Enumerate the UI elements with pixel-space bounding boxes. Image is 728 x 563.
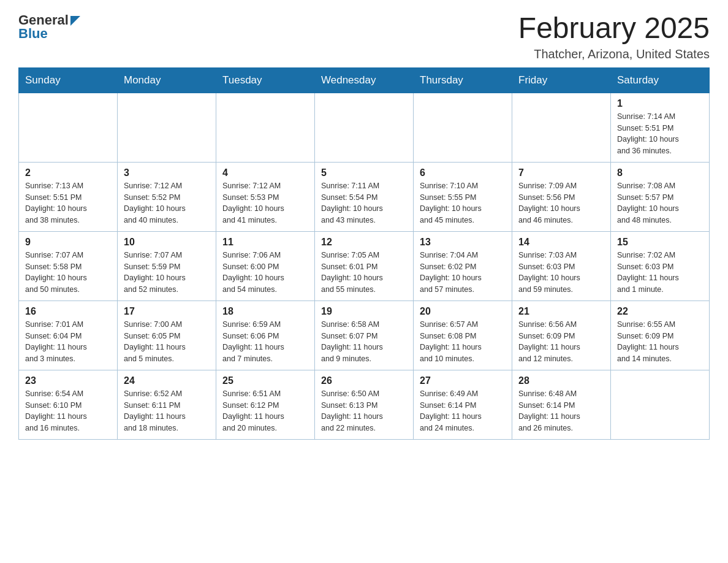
weekday-header-wednesday: Wednesday — [315, 67, 414, 93]
calendar-cell: 1Sunrise: 7:14 AM Sunset: 5:51 PM Daylig… — [611, 93, 710, 162]
calendar-cell: 5Sunrise: 7:11 AM Sunset: 5:54 PM Daylig… — [315, 162, 414, 231]
day-info: Sunrise: 7:01 AM Sunset: 6:04 PM Dayligh… — [25, 319, 111, 365]
calendar-cell — [315, 93, 414, 162]
calendar-cell: 10Sunrise: 7:07 AM Sunset: 5:59 PM Dayli… — [118, 231, 216, 301]
day-info: Sunrise: 6:56 AM Sunset: 6:09 PM Dayligh… — [518, 319, 604, 365]
calendar-cell — [19, 93, 118, 162]
calendar-cell: 18Sunrise: 6:59 AM Sunset: 6:06 PM Dayli… — [216, 301, 315, 370]
calendar-cell: 20Sunrise: 6:57 AM Sunset: 6:08 PM Dayli… — [414, 301, 512, 370]
calendar-cell: 17Sunrise: 7:00 AM Sunset: 6:05 PM Dayli… — [118, 301, 216, 370]
calendar-cell — [216, 93, 315, 162]
day-info: Sunrise: 7:11 AM Sunset: 5:54 PM Dayligh… — [321, 180, 407, 226]
calendar-week-row: 23Sunrise: 6:54 AM Sunset: 6:10 PM Dayli… — [19, 370, 710, 439]
weekday-header-friday: Friday — [512, 67, 611, 93]
calendar-week-row: 9Sunrise: 7:07 AM Sunset: 5:58 PM Daylig… — [19, 231, 710, 301]
calendar-header: SundayMondayTuesdayWednesdayThursdayFrid… — [19, 67, 710, 93]
day-number: 13 — [420, 237, 506, 248]
month-title: February 2025 — [518, 12, 710, 45]
day-info: Sunrise: 6:54 AM Sunset: 6:10 PM Dayligh… — [25, 388, 111, 434]
calendar-cell: 28Sunrise: 6:48 AM Sunset: 6:14 PM Dayli… — [512, 370, 611, 439]
day-info: Sunrise: 7:12 AM Sunset: 5:53 PM Dayligh… — [222, 180, 308, 226]
day-number: 14 — [518, 237, 604, 248]
day-number: 5 — [321, 167, 407, 178]
calendar-week-row: 2Sunrise: 7:13 AM Sunset: 5:51 PM Daylig… — [19, 162, 710, 231]
day-info: Sunrise: 6:59 AM Sunset: 6:06 PM Dayligh… — [222, 319, 308, 365]
calendar-cell: 26Sunrise: 6:50 AM Sunset: 6:13 PM Dayli… — [315, 370, 414, 439]
calendar-cell — [414, 93, 512, 162]
day-info: Sunrise: 7:07 AM Sunset: 5:58 PM Dayligh… — [25, 250, 111, 296]
calendar-week-row: 16Sunrise: 7:01 AM Sunset: 6:04 PM Dayli… — [19, 301, 710, 370]
calendar-cell: 7Sunrise: 7:09 AM Sunset: 5:56 PM Daylig… — [512, 162, 611, 231]
calendar-cell: 11Sunrise: 7:06 AM Sunset: 6:00 PM Dayli… — [216, 231, 315, 301]
day-info: Sunrise: 6:51 AM Sunset: 6:12 PM Dayligh… — [222, 388, 308, 434]
day-number: 24 — [124, 375, 210, 386]
location-title: Thatcher, Arizona, United States — [518, 47, 710, 61]
day-info: Sunrise: 7:04 AM Sunset: 6:02 PM Dayligh… — [420, 250, 506, 296]
day-number: 10 — [124, 237, 210, 248]
day-number: 8 — [617, 167, 703, 178]
calendar-cell: 15Sunrise: 7:02 AM Sunset: 6:03 PM Dayli… — [611, 231, 710, 301]
calendar-cell: 6Sunrise: 7:10 AM Sunset: 5:55 PM Daylig… — [414, 162, 512, 231]
weekday-header-sunday: Sunday — [19, 67, 118, 93]
day-number: 21 — [518, 306, 604, 317]
day-info: Sunrise: 7:07 AM Sunset: 5:59 PM Dayligh… — [124, 250, 210, 296]
calendar-cell: 14Sunrise: 7:03 AM Sunset: 6:03 PM Dayli… — [512, 231, 611, 301]
calendar-cell: 12Sunrise: 7:05 AM Sunset: 6:01 PM Dayli… — [315, 231, 414, 301]
day-info: Sunrise: 7:14 AM Sunset: 5:51 PM Dayligh… — [617, 111, 703, 157]
day-info: Sunrise: 6:55 AM Sunset: 6:09 PM Dayligh… — [617, 319, 703, 365]
day-info: Sunrise: 7:09 AM Sunset: 5:56 PM Dayligh… — [518, 180, 604, 226]
day-info: Sunrise: 7:08 AM Sunset: 5:57 PM Dayligh… — [617, 180, 703, 226]
day-number: 4 — [222, 167, 308, 178]
day-number: 3 — [124, 167, 210, 178]
svg-marker-0 — [70, 16, 80, 26]
logo: General Blue — [18, 12, 80, 42]
day-info: Sunrise: 7:12 AM Sunset: 5:52 PM Dayligh… — [124, 180, 210, 226]
calendar-cell — [611, 370, 710, 439]
calendar-cell — [512, 93, 611, 162]
calendar-cell: 27Sunrise: 6:49 AM Sunset: 6:14 PM Dayli… — [414, 370, 512, 439]
calendar-cell: 4Sunrise: 7:12 AM Sunset: 5:53 PM Daylig… — [216, 162, 315, 231]
day-number: 16 — [25, 306, 111, 317]
calendar-cell: 9Sunrise: 7:07 AM Sunset: 5:58 PM Daylig… — [19, 231, 118, 301]
day-info: Sunrise: 7:06 AM Sunset: 6:00 PM Dayligh… — [222, 250, 308, 296]
calendar-cell: 25Sunrise: 6:51 AM Sunset: 6:12 PM Dayli… — [216, 370, 315, 439]
calendar-cell — [118, 93, 216, 162]
weekday-header-thursday: Thursday — [414, 67, 512, 93]
day-number: 28 — [518, 375, 604, 386]
weekday-header-tuesday: Tuesday — [216, 67, 315, 93]
day-info: Sunrise: 7:10 AM Sunset: 5:55 PM Dayligh… — [420, 180, 506, 226]
day-info: Sunrise: 6:52 AM Sunset: 6:11 PM Dayligh… — [124, 388, 210, 434]
day-number: 12 — [321, 237, 407, 248]
day-number: 17 — [124, 306, 210, 317]
calendar-cell: 24Sunrise: 6:52 AM Sunset: 6:11 PM Dayli… — [118, 370, 216, 439]
logo-arrow-icon — [70, 16, 80, 26]
day-info: Sunrise: 7:13 AM Sunset: 5:51 PM Dayligh… — [25, 180, 111, 226]
day-info: Sunrise: 6:49 AM Sunset: 6:14 PM Dayligh… — [420, 388, 506, 434]
day-number: 2 — [25, 167, 111, 178]
day-number: 22 — [617, 306, 703, 317]
calendar-cell: 23Sunrise: 6:54 AM Sunset: 6:10 PM Dayli… — [19, 370, 118, 439]
day-info: Sunrise: 6:58 AM Sunset: 6:07 PM Dayligh… — [321, 319, 407, 365]
weekday-header-row: SundayMondayTuesdayWednesdayThursdayFrid… — [19, 67, 710, 93]
day-number: 27 — [420, 375, 506, 386]
calendar-week-row: 1Sunrise: 7:14 AM Sunset: 5:51 PM Daylig… — [19, 93, 710, 162]
day-number: 7 — [518, 167, 604, 178]
day-number: 15 — [617, 237, 703, 248]
day-info: Sunrise: 6:48 AM Sunset: 6:14 PM Dayligh… — [518, 388, 604, 434]
day-number: 26 — [321, 375, 407, 386]
day-info: Sunrise: 7:03 AM Sunset: 6:03 PM Dayligh… — [518, 250, 604, 296]
day-number: 19 — [321, 306, 407, 317]
weekday-header-saturday: Saturday — [611, 67, 710, 93]
logo-blue-text: Blue — [18, 26, 80, 42]
day-info: Sunrise: 6:50 AM Sunset: 6:13 PM Dayligh… — [321, 388, 407, 434]
calendar-cell: 16Sunrise: 7:01 AM Sunset: 6:04 PM Dayli… — [19, 301, 118, 370]
day-info: Sunrise: 7:02 AM Sunset: 6:03 PM Dayligh… — [617, 250, 703, 296]
day-info: Sunrise: 7:00 AM Sunset: 6:05 PM Dayligh… — [124, 319, 210, 365]
day-number: 18 — [222, 306, 308, 317]
day-number: 1 — [617, 98, 703, 109]
day-number: 6 — [420, 167, 506, 178]
day-info: Sunrise: 7:05 AM Sunset: 6:01 PM Dayligh… — [321, 250, 407, 296]
weekday-header-monday: Monday — [118, 67, 216, 93]
calendar-cell: 22Sunrise: 6:55 AM Sunset: 6:09 PM Dayli… — [611, 301, 710, 370]
calendar-cell: 8Sunrise: 7:08 AM Sunset: 5:57 PM Daylig… — [611, 162, 710, 231]
